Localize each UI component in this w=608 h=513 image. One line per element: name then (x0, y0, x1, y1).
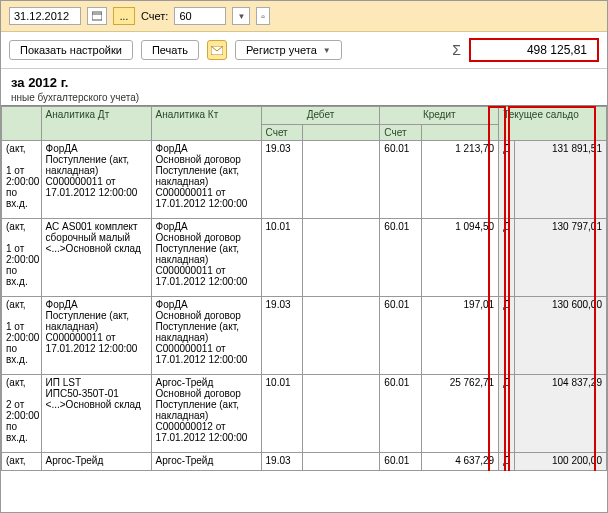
report-title: за 2012 г. (11, 75, 597, 90)
cell-d: Д (499, 375, 514, 453)
top-toolbar: ... Счет: ▼ ▫ (1, 1, 607, 32)
cell-an-kt: Аргос-Трейд Основной договор Поступление… (151, 375, 261, 453)
table-row[interactable]: (акт, 2 от 2:00:00 по вх.д.ИП LST ИПС50-… (2, 375, 607, 453)
calendar-icon (92, 11, 102, 21)
cell-kredit: 1 094,50 (422, 219, 499, 297)
register-label: Регистр учета (246, 44, 317, 56)
account-input[interactable] (174, 7, 226, 25)
cell-schet2: 60.01 (380, 453, 422, 471)
cell-saldo: 130 600,00 (514, 297, 606, 375)
period-ellipsis-button[interactable]: ... (113, 7, 135, 25)
cell-kredit: 25 762,71 (422, 375, 499, 453)
cell-an-kt: ФорДА Основной договор Поступление (акт,… (151, 297, 261, 375)
cell-an-dt: АС AS001 комплект сборочный малый <...>О… (41, 219, 151, 297)
cell-debet (303, 219, 380, 297)
cell-d: Д (499, 297, 514, 375)
account-label: Счет: (141, 10, 168, 22)
cell-schet2: 60.01 (380, 375, 422, 453)
cell-schet1: 10.01 (261, 375, 303, 453)
cell-saldo: 100 200,00 (514, 453, 606, 471)
cell-an-dt: ФорДА Поступление (акт, накладная) С0000… (41, 141, 151, 219)
chevron-down-icon: ▼ (237, 12, 245, 21)
header-analit-kt: Аналитика Кт (151, 107, 261, 141)
action-toolbar: Показать настройки Печать Регистр учета … (1, 32, 607, 69)
table-row[interactable]: (акт,Аргос-ТрейдАргос-Трейд19.0360.014 6… (2, 453, 607, 471)
report-header: за 2012 г. нные бухгалтерского учета) (1, 69, 607, 105)
table-row[interactable]: (акт, 1 от 2:00:00 по вх.д.АС AS001 комп… (2, 219, 607, 297)
header-kredit-sub (422, 125, 499, 141)
date-input[interactable] (9, 7, 81, 25)
cell-schet2: 60.01 (380, 141, 422, 219)
report-subtitle: нные бухгалтерского учета) (11, 92, 597, 103)
cell-kredit: 1 213,70 (422, 141, 499, 219)
cell-an-kt: ФорДА Основной договор Поступление (акт,… (151, 219, 261, 297)
sigma-icon: Σ (452, 42, 461, 58)
table-row[interactable]: (акт, 1 от 2:00:00 по вх.д.ФорДА Поступл… (2, 141, 607, 219)
chevron-down-icon: ▼ (323, 46, 331, 55)
header-schet-2: Счет (380, 125, 422, 141)
envelope-icon (211, 46, 223, 55)
print-button[interactable]: Печать (141, 40, 199, 60)
cell-schet2: 60.01 (380, 219, 422, 297)
cell-debet (303, 375, 380, 453)
date-picker-button[interactable] (87, 7, 107, 25)
header-kredit: Кредит (380, 107, 499, 125)
cell-left: (акт, 1 от 2:00:00 по вх.д. (2, 219, 42, 297)
cell-left: (акт, 1 от 2:00:00 по вх.д. (2, 141, 42, 219)
cell-d: Д (499, 219, 514, 297)
header-blank (2, 107, 42, 141)
cell-an-kt: Аргос-Трейд (151, 453, 261, 471)
cell-debet (303, 297, 380, 375)
cell-d: Д (499, 141, 514, 219)
cell-schet1: 19.03 (261, 297, 303, 375)
svg-rect-0 (92, 12, 102, 20)
cell-left: (акт, (2, 453, 42, 471)
email-button[interactable] (207, 40, 227, 60)
report-table: Аналитика Дт Аналитика Кт Дебет Кредит Т… (1, 106, 607, 471)
account-dropdown-button[interactable]: ▼ (232, 7, 250, 25)
header-schet-1: Счет (261, 125, 303, 141)
cell-debet (303, 453, 380, 471)
cell-schet1: 19.03 (261, 141, 303, 219)
cell-schet2: 60.01 (380, 297, 422, 375)
header-saldo: Текущее сальдо (499, 107, 607, 141)
cell-an-dt: Аргос-Трейд (41, 453, 151, 471)
cell-schet1: 19.03 (261, 453, 303, 471)
show-settings-button[interactable]: Показать настройки (9, 40, 133, 60)
header-debet: Дебет (261, 107, 380, 125)
report-table-wrap: Аналитика Дт Аналитика Кт Дебет Кредит Т… (1, 105, 607, 471)
cell-saldo: 130 797,01 (514, 219, 606, 297)
cell-saldo: 131 891,51 (514, 141, 606, 219)
table-row[interactable]: (акт, 1 от 2:00:00 по вх.д.ФорДА Поступл… (2, 297, 607, 375)
cell-kredit: 4 637,29 (422, 453, 499, 471)
register-button[interactable]: Регистр учета ▼ (235, 40, 342, 60)
cell-schet1: 10.01 (261, 219, 303, 297)
cell-an-kt: ФорДА Основной договор Поступление (акт,… (151, 141, 261, 219)
cell-debet (303, 141, 380, 219)
cell-saldo: 104 837,29 (514, 375, 606, 453)
header-analit-dt: Аналитика Дт (41, 107, 151, 141)
account-select-button[interactable]: ▫ (256, 7, 270, 25)
cell-left: (акт, 1 от 2:00:00 по вх.д. (2, 297, 42, 375)
cell-kredit: 197,01 (422, 297, 499, 375)
total-value: 498 125,81 (469, 38, 599, 62)
cell-d: Д (499, 453, 514, 471)
cell-an-dt: ФорДА Поступление (акт, накладная) С0000… (41, 297, 151, 375)
cell-an-dt: ИП LST ИПС50-350Т-01 <...>Основной склад (41, 375, 151, 453)
header-debet-sub (303, 125, 380, 141)
cell-left: (акт, 2 от 2:00:00 по вх.д. (2, 375, 42, 453)
